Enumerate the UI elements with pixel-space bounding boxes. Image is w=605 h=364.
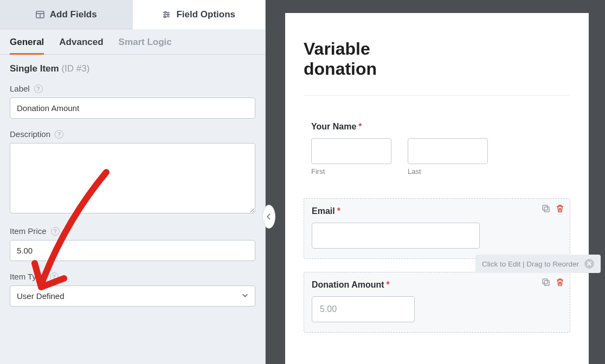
- last-name-input[interactable]: [408, 138, 488, 164]
- label-text: Item Price: [10, 226, 47, 236]
- svg-point-8: [164, 16, 166, 17]
- group-label: Label ?: [10, 84, 255, 119]
- sub-tab-general[interactable]: General: [10, 37, 44, 54]
- label-text: Description: [10, 129, 50, 139]
- group-item-type: Item Type ? User Defined: [10, 272, 255, 307]
- edit-hint-pill: Click to Edit | Drag to Reorder ✕: [475, 255, 601, 273]
- section-title: Single Item (ID #3): [10, 63, 255, 74]
- tab-add-fields[interactable]: Add Fields: [0, 0, 133, 29]
- row-actions: [542, 204, 564, 215]
- field-label: Donation Amount*: [312, 280, 562, 290]
- help-icon[interactable]: ?: [50, 272, 59, 281]
- sidebar-panel: Add Fields Field Options General Advance…: [0, 0, 266, 364]
- duplicate-icon[interactable]: [542, 278, 550, 289]
- description-textarea[interactable]: [10, 143, 255, 213]
- field-label: Your Name*: [311, 122, 563, 132]
- sub-tabs: General Advanced Smart Logic: [0, 29, 265, 55]
- collapse-sidebar-handle[interactable]: [262, 205, 275, 229]
- form-title: Variabledonation: [304, 39, 570, 79]
- first-name-input[interactable]: [311, 138, 391, 164]
- sliders-icon: [162, 10, 171, 19]
- hint-text: Click to Edit | Drag to Reorder: [482, 260, 579, 268]
- label-input[interactable]: [10, 98, 255, 119]
- first-name-col: First: [311, 138, 391, 176]
- field-label: Email*: [312, 206, 562, 216]
- duplicate-icon[interactable]: [542, 204, 550, 215]
- group-description: Description ?: [10, 129, 255, 216]
- label-text: Item Type: [10, 272, 46, 281]
- last-name-col: Last: [408, 138, 488, 176]
- trash-icon[interactable]: [556, 204, 564, 215]
- label-text: Label: [10, 84, 30, 93]
- help-icon[interactable]: ?: [34, 84, 43, 93]
- field-options-panel: Single Item (ID #3) Label ? Description …: [0, 55, 265, 364]
- svg-point-6: [168, 14, 169, 15]
- help-icon[interactable]: ?: [51, 227, 60, 236]
- group-item-price: Item Price ?: [10, 226, 255, 261]
- email-input[interactable]: [312, 223, 480, 249]
- trash-icon[interactable]: [556, 278, 564, 289]
- grid-icon: [36, 10, 44, 19]
- field-id: (ID #3): [61, 63, 89, 74]
- svg-rect-13: [543, 279, 548, 284]
- field-email[interactable]: Email*: [304, 198, 570, 259]
- item-price-input[interactable]: [10, 240, 255, 261]
- field-type-name: Single Item: [10, 63, 59, 74]
- field-donation-amount[interactable]: Donation Amount* 5.00: [304, 272, 570, 333]
- preview-canvas-wrap: Variabledonation Your Name* First Last: [266, 0, 605, 364]
- sublabel-last: Last: [408, 167, 488, 176]
- svg-rect-14: [544, 281, 549, 285]
- close-icon[interactable]: ✕: [584, 259, 594, 269]
- help-icon[interactable]: ?: [55, 130, 63, 139]
- donation-amount-input[interactable]: 5.00: [312, 296, 415, 322]
- field-your-name[interactable]: Your Name* First Last: [304, 114, 570, 185]
- svg-rect-9: [543, 205, 548, 210]
- sublabel-first: First: [311, 167, 391, 176]
- item-type-select[interactable]: User Defined: [10, 285, 255, 307]
- svg-rect-10: [544, 207, 549, 212]
- tab-label: Add Fields: [50, 9, 97, 20]
- tab-field-options[interactable]: Field Options: [133, 0, 266, 29]
- row-actions: [542, 278, 564, 289]
- sub-tab-advanced[interactable]: Advanced: [59, 37, 103, 54]
- form-canvas: Variabledonation Your Name* First Last: [285, 13, 589, 364]
- tab-label: Field Options: [176, 9, 235, 20]
- sub-tab-smart-logic[interactable]: Smart Logic: [119, 37, 172, 54]
- divider: [304, 95, 570, 96]
- svg-point-4: [165, 11, 166, 13]
- top-tabs: Add Fields Field Options: [0, 0, 265, 29]
